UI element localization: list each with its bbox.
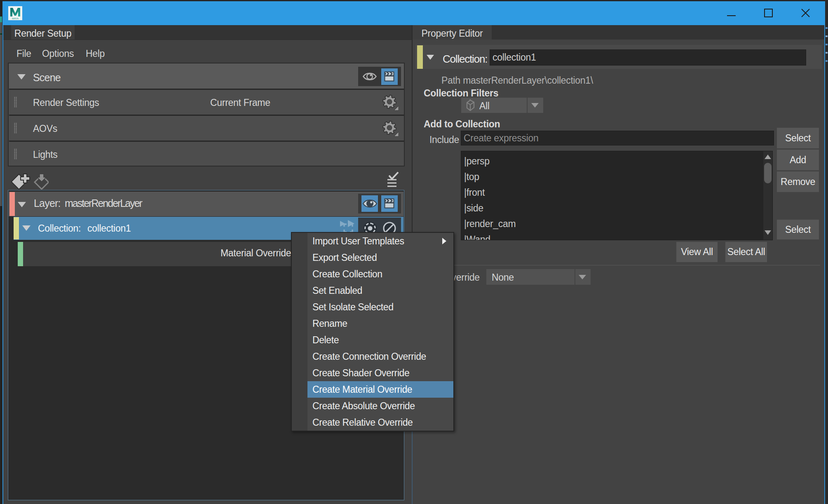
svg-text:MAYA: MAYA — [12, 17, 19, 20]
